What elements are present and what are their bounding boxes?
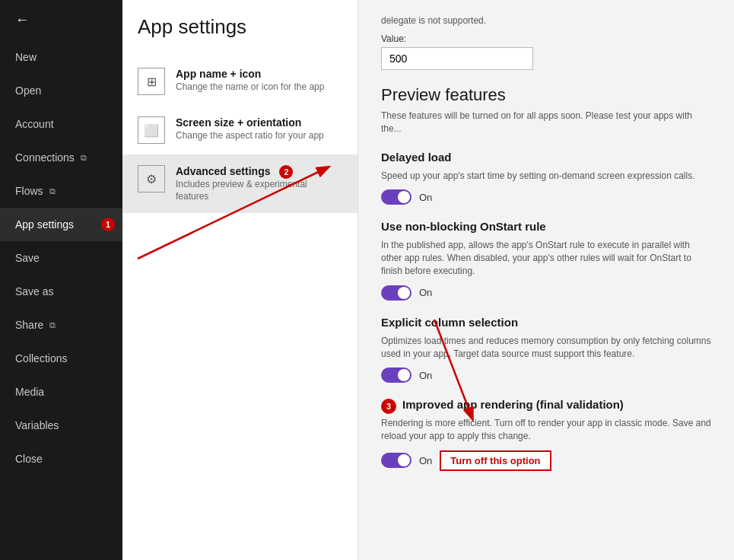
app-name-icon-title: App name + icon	[176, 68, 261, 80]
improved-app-rendering-toggle-row: OnTurn off this option	[381, 450, 711, 471]
sidebar-item-save-as[interactable]: Save as	[0, 275, 122, 308]
screen-size-text: Screen size + orientationChange the aspe…	[176, 116, 342, 142]
sidebar-item-media[interactable]: Media	[0, 375, 122, 409]
feature-explicit-column-selection: Explicit column selectionOptimizes load …	[381, 316, 711, 383]
sidebar-item-label: Share	[15, 319, 43, 331]
sidebar-item-label: New	[15, 51, 37, 63]
explicit-column-selection-toggle-label: On	[419, 370, 432, 381]
settings-item-advanced-settings[interactable]: ⚙Advanced settings2Includes preview & ex…	[122, 154, 357, 213]
sidebar-item-label: Media	[15, 386, 44, 398]
sidebar-item-close[interactable]: Close	[0, 442, 122, 476]
top-note: delegate is not supported.	[381, 15, 711, 26]
non-blocking-onstart-toggle-label: On	[419, 287, 432, 298]
external-link-icon: ⧉	[49, 320, 56, 330]
external-link-icon: ⧉	[81, 153, 87, 163]
settings-item-app-name-icon[interactable]: ⊞App name + iconChange the name or icon …	[122, 57, 357, 106]
sidebar-item-save[interactable]: Save	[0, 241, 122, 275]
sidebar-item-share[interactable]: Share⧉	[0, 308, 122, 342]
sidebar-item-app-settings[interactable]: App settings1	[0, 208, 122, 241]
sidebar-item-label: Account	[15, 118, 54, 130]
sidebar-item-connections[interactable]: Connections⧉	[0, 141, 122, 174]
app-name-icon-icon: ⊞	[138, 68, 165, 95]
external-link-icon: ⧉	[49, 186, 56, 196]
delayed-load-title: Delayed load	[381, 151, 452, 164]
advanced-settings-icon: ⚙	[138, 165, 165, 192]
sidebar: ← NewOpenAccountConnections⧉Flows⧉App se…	[0, 0, 122, 560]
non-blocking-onstart-toggle[interactable]	[381, 285, 411, 301]
value-label: Value:	[381, 33, 711, 44]
delayed-load-toggle[interactable]	[381, 189, 411, 205]
advanced-settings-text: Advanced settings2Includes preview & exp…	[176, 165, 342, 202]
advanced-settings-title: Advanced settings	[176, 165, 270, 177]
preview-features-desc: These features will be turned on for all…	[381, 110, 711, 135]
sidebar-item-label: Connections	[15, 151, 75, 164]
feature-delayed-load: Delayed loadSpeed up your app's start ti…	[381, 151, 711, 205]
feature-improved-app-rendering: 3Improved app rendering (final validatio…	[381, 398, 711, 471]
step-badge: 1	[101, 218, 115, 231]
improved-app-rendering-toggle-label: On	[419, 455, 432, 466]
sidebar-item-new[interactable]: New	[0, 40, 122, 74]
turn-off-button[interactable]: Turn off this option	[440, 450, 551, 471]
non-blocking-onstart-desc: In the published app, allows the app's O…	[381, 239, 711, 277]
step-badge: 2	[279, 165, 293, 179]
page-title: App settings	[122, 15, 357, 57]
main-wrapper: App settings ⊞App name + iconChange the …	[122, 0, 734, 560]
delayed-load-toggle-row: On	[381, 189, 711, 205]
app-name-icon-header: App name + icon	[176, 68, 342, 81]
sidebar-item-variables[interactable]: Variables	[0, 409, 122, 442]
sidebar-item-label: Collections	[15, 352, 67, 364]
sidebar-item-account[interactable]: Account	[0, 107, 122, 141]
sidebar-item-collections[interactable]: Collections	[0, 342, 122, 375]
step-badge: 3	[381, 399, 396, 414]
preview-features-title: Preview features	[381, 85, 711, 105]
improved-app-rendering-desc: Rendering is more efficient. Turn off to…	[381, 417, 711, 443]
sidebar-item-label: Close	[15, 453, 43, 465]
sidebar-item-label: Open	[15, 84, 41, 97]
value-input[interactable]	[381, 47, 533, 70]
sidebar-item-label: Save	[15, 252, 40, 264]
delayed-load-toggle-label: On	[419, 192, 432, 203]
main-content: App settings ⊞App name + iconChange the …	[122, 0, 734, 560]
screen-size-title: Screen size + orientation	[176, 116, 301, 129]
improved-app-rendering-title: Improved app rendering (final validation…	[402, 398, 624, 411]
sidebar-item-label: App settings	[15, 218, 74, 231]
non-blocking-onstart-title: Use non-blocking OnStart rule	[381, 220, 546, 233]
screen-size-desc: Change the aspect ratio for your app	[176, 130, 342, 142]
sidebar-item-label: Variables	[15, 419, 59, 431]
explicit-column-selection-desc: Optimizes load times and reduces memory …	[381, 335, 711, 361]
back-button[interactable]: ←	[0, 0, 122, 40]
improved-app-rendering-toggle[interactable]	[381, 453, 411, 468]
explicit-column-selection-title: Explicit column selection	[381, 316, 518, 329]
settings-item-screen-size[interactable]: ⬜Screen size + orientationChange the asp…	[122, 106, 357, 154]
screen-size-header: Screen size + orientation	[176, 116, 342, 130]
screen-size-icon: ⬜	[138, 116, 165, 144]
advanced-settings-desc: Includes preview & experimental features	[176, 179, 342, 202]
non-blocking-onstart-toggle-row: On	[381, 285, 711, 301]
sidebar-item-label: Save as	[15, 285, 54, 298]
feature-non-blocking-onstart: Use non-blocking OnStart ruleIn the publ…	[381, 220, 711, 300]
advanced-settings-header: Advanced settings2	[176, 165, 342, 179]
sidebar-item-label: Flows	[15, 185, 43, 197]
app-name-icon-text: App name + iconChange the name or icon f…	[176, 68, 342, 94]
explicit-column-selection-toggle-row: On	[381, 368, 711, 383]
sidebar-item-open[interactable]: Open	[0, 74, 122, 107]
settings-list: App settings ⊞App name + iconChange the …	[122, 0, 358, 560]
app-name-icon-desc: Change the name or icon for the app	[176, 81, 342, 94]
detail-panel: delegate is not supported. Value: Previe…	[358, 0, 734, 560]
delayed-load-desc: Speed up your app's start time by settin…	[381, 170, 711, 183]
explicit-column-selection-toggle[interactable]	[381, 368, 411, 383]
sidebar-item-flows[interactable]: Flows⧉	[0, 174, 122, 208]
